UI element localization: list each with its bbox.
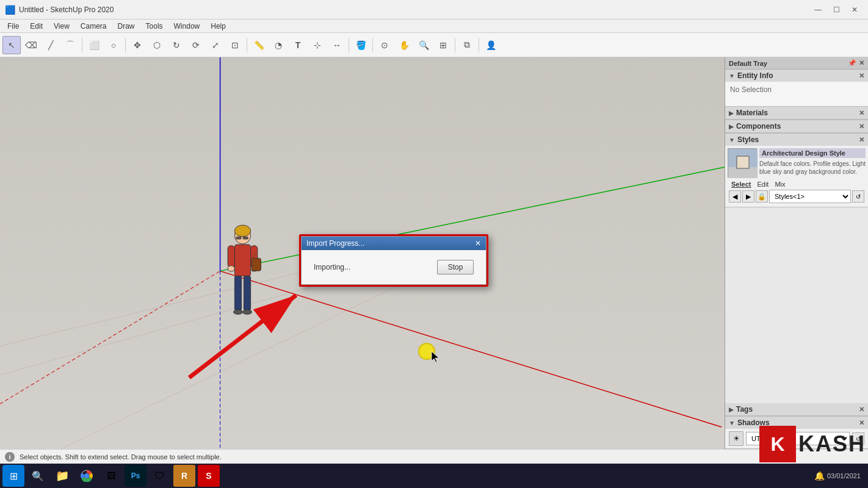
close-button[interactable]: ✕ [846,4,863,16]
components-section: ▶ Components ✕ [725,120,868,134]
tool-rotate[interactable]: ↻ [167,36,186,54]
menu-draw[interactable]: Draw [113,21,140,32]
svg-point-9 [234,225,250,237]
taskbar-search-button[interactable]: 🔍 [27,465,49,487]
menu-tools[interactable]: Tools [141,21,168,32]
entity-info-header[interactable]: ▼ Entity Info ✕ [725,70,868,82]
tool-zoomext[interactable]: ⊞ [434,36,452,54]
svg-rect-11 [243,237,248,240]
tool-followme[interactable]: ⟳ [187,36,205,54]
import-dialog-close-icon[interactable]: ✕ [475,239,481,248]
styles-mix-btn[interactable]: Mix [772,180,787,188]
styles-preview-thumb [728,148,757,178]
menu-help[interactable]: Help [206,21,231,32]
titlebar: 🟦 Untitled - SketchUp Pro 2020 — ☐ ✕ [0,0,868,20]
styles-select-btn[interactable]: Select [729,180,753,188]
tool-user[interactable]: 👤 [482,36,500,54]
tags-header[interactable]: ▶ Tags ✕ [725,403,868,416]
styles-lock-btn[interactable]: 🔒 [756,190,768,203]
svg-point-30 [84,473,89,478]
tray-close-button[interactable]: ✕ [859,59,864,67]
tags-close-icon[interactable]: ✕ [859,406,864,414]
materials-close-icon[interactable]: ✕ [859,109,864,117]
shadows-timezone-dropdown[interactable]: UTC-07:00 [746,432,850,445]
materials-header-left: ▶ Materials [729,109,768,117]
toolbar-sep6 [455,38,455,52]
importing-label: Importing... [314,263,350,271]
taskbar-notification-icon[interactable]: 🔔 [814,471,825,481]
shadows-update-btn[interactable]: ↺ [852,432,864,445]
import-dialog-title: Import Progress... [306,239,364,248]
stop-button[interactable]: Stop [437,260,474,274]
styles-next-btn[interactable]: ▶ [742,190,754,203]
tool-orbit[interactable]: ⊙ [375,36,394,54]
materials-header[interactable]: ▶ Materials ✕ [725,107,868,120]
menu-view[interactable]: View [49,21,74,32]
styles-header[interactable]: ▼ Styles ✕ [725,134,868,146]
taskbar-app-explorer[interactable]: 📁 [51,465,73,487]
tool-axes[interactable]: ⊹ [308,36,327,54]
toolbar-sep2 [125,38,126,52]
styles-edit-btn[interactable]: Edit [754,180,771,188]
import-dialog-wrapper: Import Progress... ✕ Importing... Stop [299,234,488,287]
tool-tape[interactable]: 📏 [250,36,268,54]
materials-collapse-icon: ▶ [729,110,734,117]
minimize-button[interactable]: — [809,4,826,16]
shadows-label: Shadows [737,418,770,427]
tool-text[interactable]: T [289,36,307,54]
tool-protractor[interactable]: ◔ [269,36,288,54]
styles-label: Styles [737,135,759,144]
toolbar-sep4 [349,38,349,52]
tool-move[interactable]: ✥ [128,36,146,54]
taskbar-app-sketchup[interactable]: S [198,465,220,487]
tool-circle[interactable]: ○ [104,36,123,54]
tool-rectangle[interactable]: ⬜ [85,36,103,54]
styles-preview-row: Architectural Design Style Default face … [728,148,866,178]
styles-actions: Select Edit Mix [728,180,866,188]
tray-pin-button[interactable]: 📌 [848,59,856,67]
menu-file[interactable]: File [2,21,24,32]
tool-arc[interactable]: ⌒ [61,36,79,54]
styles-prev-btn[interactable]: ◀ [729,190,741,203]
tool-line[interactable]: ╱ [42,36,60,54]
components-close-icon[interactable]: ✕ [859,123,864,131]
styles-close-icon[interactable]: ✕ [859,136,864,144]
tool-pushpull[interactable]: ⬡ [148,36,166,54]
entity-info-close-icon[interactable]: ✕ [859,72,864,80]
toolbar-sep5 [372,38,373,52]
styles-section: ▼ Styles ✕ Architectu [725,134,868,207]
taskbar-app-photos[interactable]: 🖼 [100,465,122,487]
default-tray-controls: 📌 ✕ [848,59,864,67]
toolbar-sep7 [479,38,479,52]
shadows-row: ☀ UTC-07:00 ↺ [729,431,864,446]
tool-paint[interactable]: 🪣 [352,36,370,54]
import-status-row: Importing... Stop [314,260,474,274]
taskbar-app-chrome[interactable] [76,465,98,487]
menu-edit[interactable]: Edit [25,21,48,32]
styles-name-desc: Architectural Design Style Default face … [759,148,866,176]
maximize-button[interactable]: ☐ [828,4,845,16]
components-header[interactable]: ▶ Components ✕ [725,120,868,133]
shadows-header[interactable]: ▼ Shadows ✕ [725,417,868,429]
cursor-dot [418,343,435,360]
tool-zoom[interactable]: 🔍 [414,36,433,54]
taskbar-app-revit[interactable]: R [173,465,195,487]
taskbar-app-defender[interactable]: 🛡 [149,465,171,487]
taskbar-right: 🔔 03/01/2021 [814,471,866,481]
menu-camera[interactable]: Camera [76,21,112,32]
tool-select[interactable]: ↖ [2,36,21,54]
tool-offset[interactable]: ⊡ [226,36,244,54]
tool-eraser[interactable]: ⌫ [22,36,40,54]
tool-dim[interactable]: ↔ [328,36,346,54]
menu-window[interactable]: Window [169,21,205,32]
styles-dropdown[interactable]: Styles<1> [769,190,851,203]
shadows-close-icon[interactable]: ✕ [859,419,864,427]
styles-update-btn[interactable]: ↺ [852,190,864,203]
tool-pan[interactable]: ✋ [395,36,413,54]
start-button[interactable]: ⊞ [2,465,24,487]
tool-section[interactable]: ⧉ [458,36,476,54]
tool-scale[interactable]: ⤢ [206,36,225,54]
taskbar-app-photoshop[interactable]: Ps [125,465,146,487]
import-dialog: Import Progress... ✕ Importing... Stop [301,236,486,285]
shadows-sun-icon: ☀ [729,431,743,446]
